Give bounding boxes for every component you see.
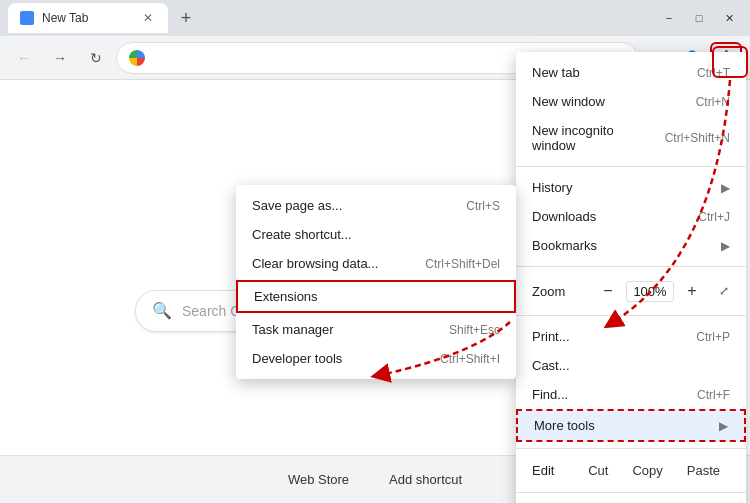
- sub-menu-item-task-manager[interactable]: Task manager Shift+Esc: [236, 315, 516, 344]
- menu-item-downloads[interactable]: Downloads Ctrl+J: [516, 202, 746, 231]
- divider-2: [516, 266, 746, 267]
- maximize-button[interactable]: □: [686, 7, 712, 29]
- menu-item-new-window[interactable]: New window Ctrl+N: [516, 87, 746, 116]
- window-controls: − □ ✕: [656, 7, 742, 29]
- tab-title: New Tab: [42, 11, 88, 25]
- cut-button[interactable]: Cut: [578, 459, 618, 482]
- edit-actions: Cut Copy Paste: [578, 459, 730, 482]
- zoom-value: 100%: [626, 281, 674, 302]
- sub-menu: Save page as... Ctrl+S Create shortcut..…: [236, 185, 516, 379]
- browser-tab[interactable]: New Tab ✕: [8, 3, 168, 33]
- clear-browsing-shortcut: Ctrl+Shift+Del: [425, 257, 500, 271]
- save-page-shortcut: Ctrl+S: [466, 199, 500, 213]
- downloads-label: Downloads: [532, 209, 690, 224]
- new-window-shortcut: Ctrl+N: [696, 95, 730, 109]
- clear-browsing-label: Clear browsing data...: [252, 256, 417, 271]
- divider-4: [516, 448, 746, 449]
- sub-menu-item-save[interactable]: Save page as... Ctrl+S: [236, 191, 516, 220]
- menu-item-cast[interactable]: Cast...: [516, 351, 746, 380]
- cast-label: Cast...: [532, 358, 730, 373]
- bookmarks-label: Bookmarks: [532, 238, 721, 253]
- new-tab-shortcut: Ctrl+T: [697, 66, 730, 80]
- sub-menu-item-extensions[interactable]: Extensions: [236, 280, 516, 313]
- forward-button[interactable]: →: [44, 42, 76, 74]
- menu-item-incognito[interactable]: New incognito window Ctrl+Shift+N: [516, 116, 746, 160]
- extensions-label: Extensions: [254, 289, 498, 304]
- zoom-controls: − 100% + ⤢: [594, 277, 738, 305]
- main-menu: New tab Ctrl+T New window Ctrl+N New inc…: [516, 52, 746, 503]
- find-shortcut: Ctrl+F: [697, 388, 730, 402]
- downloads-shortcut: Ctrl+J: [698, 210, 730, 224]
- menu-item-history[interactable]: History ▶: [516, 173, 746, 202]
- tab-favicon: [20, 11, 34, 25]
- zoom-row: Zoom − 100% + ⤢: [516, 273, 746, 309]
- copy-button[interactable]: Copy: [622, 459, 672, 482]
- menu-item-bookmarks[interactable]: Bookmarks ▶: [516, 231, 746, 260]
- back-button[interactable]: ←: [8, 42, 40, 74]
- new-tab-label: New tab: [532, 65, 689, 80]
- print-label: Print...: [532, 329, 688, 344]
- history-label: History: [532, 180, 721, 195]
- incognito-label: New incognito window: [532, 123, 657, 153]
- zoom-minus-button[interactable]: −: [594, 277, 622, 305]
- edit-row: Edit Cut Copy Paste: [516, 455, 746, 486]
- sub-menu-item-dev-tools[interactable]: Developer tools Ctrl+Shift+I: [236, 344, 516, 373]
- add-shortcut-link[interactable]: Add shortcut: [389, 472, 462, 487]
- menu-item-more-tools[interactable]: More tools ▶: [516, 409, 746, 442]
- menu-item-find[interactable]: Find... Ctrl+F: [516, 380, 746, 409]
- dev-tools-label: Developer tools: [252, 351, 432, 366]
- sub-menu-item-shortcut[interactable]: Create shortcut...: [236, 220, 516, 249]
- more-tools-arrow: ▶: [719, 419, 728, 433]
- menu-item-settings[interactable]: Settings: [516, 499, 746, 503]
- search-icon: 🔍: [152, 301, 172, 320]
- menu-item-new-tab[interactable]: New tab Ctrl+T: [516, 58, 746, 87]
- edit-label: Edit: [532, 463, 578, 478]
- task-manager-shortcut: Shift+Esc: [449, 323, 500, 337]
- menu-item-print[interactable]: Print... Ctrl+P: [516, 322, 746, 351]
- paste-button[interactable]: Paste: [677, 459, 730, 482]
- sub-menu-item-clear[interactable]: Clear browsing data... Ctrl+Shift+Del: [236, 249, 516, 278]
- web-store-link[interactable]: Web Store: [288, 472, 349, 487]
- title-bar: New Tab ✕ + − □ ✕: [0, 0, 750, 36]
- bookmarks-arrow: ▶: [721, 239, 730, 253]
- save-page-label: Save page as...: [252, 198, 458, 213]
- new-window-label: New window: [532, 94, 688, 109]
- tab-close-button[interactable]: ✕: [140, 10, 156, 26]
- more-tools-label: More tools: [534, 418, 719, 433]
- print-shortcut: Ctrl+P: [696, 330, 730, 344]
- refresh-button[interactable]: ↻: [80, 42, 112, 74]
- zoom-expand-button[interactable]: ⤢: [710, 277, 738, 305]
- divider-3: [516, 315, 746, 316]
- find-label: Find...: [532, 387, 689, 402]
- zoom-label: Zoom: [524, 284, 565, 299]
- divider-1: [516, 166, 746, 167]
- incognito-shortcut: Ctrl+Shift+N: [665, 131, 730, 145]
- zoom-plus-button[interactable]: +: [678, 277, 706, 305]
- new-tab-button[interactable]: +: [172, 4, 200, 32]
- task-manager-label: Task manager: [252, 322, 441, 337]
- history-arrow: ▶: [721, 181, 730, 195]
- google-icon: [129, 50, 145, 66]
- create-shortcut-label: Create shortcut...: [252, 227, 500, 242]
- minimize-button[interactable]: −: [656, 7, 682, 29]
- close-button[interactable]: ✕: [716, 7, 742, 29]
- divider-5: [516, 492, 746, 493]
- dev-tools-shortcut: Ctrl+Shift+I: [440, 352, 500, 366]
